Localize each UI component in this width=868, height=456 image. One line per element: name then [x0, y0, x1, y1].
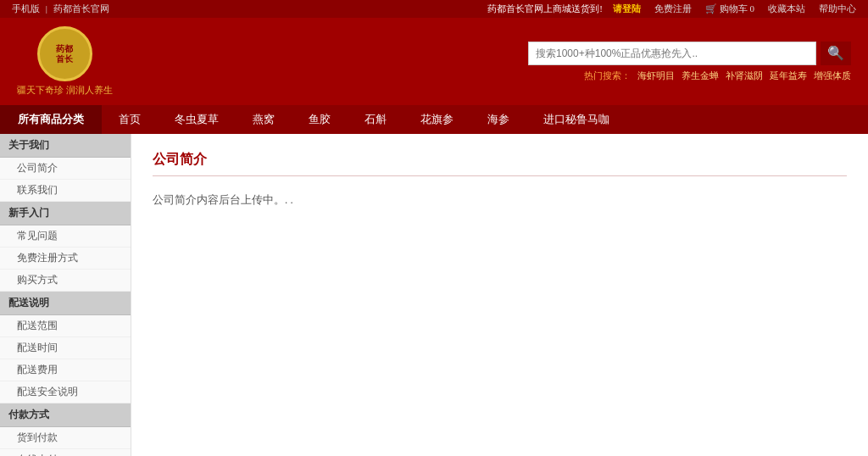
sidebar-section-payment-header: 付款方式	[0, 403, 131, 427]
hot-item-3[interactable]: 补肾滋阴	[726, 70, 763, 82]
sidebar-item-contact[interactable]: 联系我们	[0, 180, 131, 202]
top-bar-right: 药都首长官网上商城送货到! 请登陆 免费注册 🛒 购物车 0 收藏本站 帮助中心	[487, 3, 860, 15]
sidebar-section-delivery: 配送说明 配送范围 配送时间 配送费用 配送安全说明	[0, 292, 131, 403]
login-link[interactable]: 请登陆	[613, 3, 641, 15]
content-body: 公司简介内容后台上传中。. .	[153, 189, 847, 211]
top-bar-left: 手机版 | 药都首长官网	[8, 3, 113, 15]
hot-item-5[interactable]: 增强体质	[814, 70, 851, 82]
nav-item-7[interactable]: 进口秘鲁马咖	[526, 105, 626, 134]
nav-home[interactable]: 首页	[102, 105, 158, 134]
top-bar: 手机版 | 药都首长官网 药都首长官网上商城送货到! 请登陆 免费注册 🛒 购物…	[0, 0, 868, 18]
sidebar-section-delivery-header: 配送说明	[0, 292, 131, 315]
nav-items: 首页 冬虫夏草 燕窝 鱼胶 石斛 花旗参 海参 进口秘鲁马咖	[102, 105, 868, 134]
sidebar-item-delivery-time[interactable]: 配送时间	[0, 337, 131, 359]
main-content: 关于我们 公司简介 联系我们 新手入门 常见问题 免费注册方式 购买方式 配送说…	[0, 134, 868, 456]
nav-bar: 所有商品分类 首页 冬虫夏草 燕窝 鱼胶 石斛 花旗参 海参 进口秘鲁马咖	[0, 105, 868, 134]
search-row: 🔍	[528, 42, 851, 65]
sidebar-item-online-pay[interactable]: 在线支付	[0, 449, 131, 456]
sidebar-section-newbie-header: 新手入门	[0, 202, 131, 225]
sidebar-section-newbie: 新手入门 常见问题 免费注册方式 购买方式	[0, 202, 131, 292]
nav-item-4[interactable]: 石斛	[348, 105, 403, 134]
content-area: 公司简介 公司简介内容后台上传中。. .	[131, 134, 868, 456]
logo: 药都首长	[37, 26, 92, 81]
sidebar-section-payment: 付款方式 货到付款 在线支付 线下汇款	[0, 403, 131, 456]
sidebar-item-delivery-area[interactable]: 配送范围	[0, 315, 131, 337]
hot-label: 热门搜索：	[584, 70, 631, 82]
sidebar-item-register[interactable]: 免费注册方式	[0, 247, 131, 270]
delivery-notice: 药都首长官网上商城送货到!	[487, 3, 603, 15]
sidebar: 关于我们 公司简介 联系我们 新手入门 常见问题 免费注册方式 购买方式 配送说…	[0, 134, 131, 456]
nav-item-3[interactable]: 鱼胶	[292, 105, 348, 134]
help-link[interactable]: 帮助中心	[819, 3, 856, 15]
nav-item-6[interactable]: 海参	[470, 105, 526, 134]
hot-item-4[interactable]: 延年益寿	[770, 70, 807, 82]
search-button[interactable]: 🔍	[821, 42, 851, 65]
official-link[interactable]: 药都首长官网	[53, 3, 109, 14]
nav-item-2[interactable]: 燕窝	[236, 105, 292, 134]
mobile-link[interactable]: 手机版	[12, 3, 40, 14]
nav-item-1[interactable]: 冬虫夏草	[158, 105, 236, 134]
hot-item-1[interactable]: 海虾明目	[637, 70, 675, 82]
hot-search: 热门搜索： 海虾明目 养生金蝉 补肾滋阴 延年益寿 增强体质	[584, 70, 851, 82]
sidebar-item-delivery-safety[interactable]: 配送安全说明	[0, 381, 131, 403]
favorite-link[interactable]: 收藏本站	[768, 3, 805, 15]
sidebar-item-cod[interactable]: 货到付款	[0, 427, 131, 449]
tagline: 疆天下奇珍 润润人养生	[17, 84, 113, 97]
sidebar-item-purchase[interactable]: 购买方式	[0, 270, 131, 292]
nav-item-5[interactable]: 花旗参	[403, 105, 470, 134]
sidebar-item-company-intro[interactable]: 公司简介	[0, 158, 131, 180]
cart-link[interactable]: 🛒 购物车 0	[705, 3, 754, 15]
logo-text: 药都首长	[56, 44, 73, 64]
hot-item-2[interactable]: 养生金蝉	[682, 70, 719, 82]
search-area: 🔍 热门搜索： 海虾明目 养生金蝉 补肾滋阴 延年益寿 增强体质	[138, 42, 851, 82]
sidebar-item-faq[interactable]: 常见问题	[0, 225, 131, 247]
search-input[interactable]	[528, 42, 816, 65]
search-icon: 🔍	[827, 45, 844, 61]
sidebar-section-about: 关于我们 公司简介 联系我们	[0, 134, 131, 202]
nav-all-categories[interactable]: 所有商品分类	[0, 105, 102, 134]
sidebar-item-delivery-fee[interactable]: 配送费用	[0, 359, 131, 381]
header: 药都首长 疆天下奇珍 润润人养生 🔍 热门搜索： 海虾明目 养生金蝉 补肾滋阴 …	[0, 18, 868, 105]
sidebar-section-about-header: 关于我们	[0, 134, 131, 158]
logo-area: 药都首长 疆天下奇珍 润润人养生	[17, 26, 113, 97]
page-title: 公司简介	[153, 151, 847, 176]
register-link[interactable]: 免费注册	[654, 3, 692, 15]
